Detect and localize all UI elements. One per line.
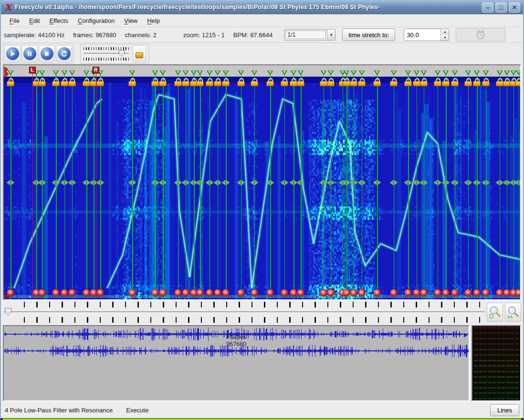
slice-delete-icon[interactable]: ✕ [61, 289, 68, 297]
slice-marker-triangle-icon[interactable] [374, 71, 380, 75]
slice-diamond-handles[interactable] [151, 180, 159, 185]
slice-diamond-handles[interactable] [250, 180, 258, 185]
slice-diamond-handles[interactable] [326, 180, 335, 185]
scroll-handle[interactable] [5, 308, 11, 316]
slice-delete-icon[interactable]: ✕ [151, 289, 159, 297]
slice-lock-icon[interactable] [6, 78, 15, 86]
stop-button[interactable] [39, 45, 55, 62]
slice-delete-icon[interactable]: ✕ [473, 289, 481, 297]
slice-marker-triangle-icon[interactable] [359, 71, 365, 75]
scroll-slider[interactable] [4, 308, 485, 317]
slice-lock-icon[interactable] [96, 78, 105, 86]
slice-delete-icon[interactable]: ✕ [206, 289, 213, 297]
menu-item-effects[interactable]: Effects [44, 16, 73, 26]
slice-diamond-handles[interactable] [514, 180, 521, 185]
speed-slider[interactable] [84, 47, 129, 61]
stretch-value-input[interactable] [404, 29, 440, 41]
slice-delete-icon[interactable]: ✕ [83, 289, 90, 297]
slice-marker-triangle-icon[interactable] [391, 71, 397, 75]
slice-delete-icon[interactable]: ✕ [68, 289, 76, 297]
slice-diamond-handles[interactable] [60, 180, 68, 185]
fraction-select[interactable]: 1/1 ▼ [284, 29, 335, 41]
slice-marker-triangle-icon[interactable] [465, 71, 471, 75]
slice-marker-triangle-icon[interactable] [84, 71, 89, 75]
loop-end-label[interactable]: R [93, 67, 99, 73]
spectrogram-canvas[interactable] [4, 77, 520, 299]
slice-lock-icon[interactable] [158, 78, 167, 86]
loop-start-label[interactable]: L [29, 67, 36, 73]
slice-diamond-handles[interactable] [237, 180, 245, 185]
loop-end-line[interactable] [96, 72, 97, 298]
slice-lock-icon[interactable] [68, 78, 76, 86]
slice-delete-icon[interactable]: ✕ [320, 289, 327, 297]
slice-delete-icon[interactable]: ✕ [297, 289, 304, 297]
slice-lock-icon[interactable] [250, 78, 259, 86]
slice-diamond-handles[interactable] [404, 180, 412, 185]
slice-lock-icon[interactable] [128, 78, 136, 86]
slice-marker-triangle-icon[interactable] [69, 71, 75, 75]
slice-delete-icon[interactable]: ✕ [464, 289, 472, 297]
slice-marker-triangle-icon[interactable] [321, 71, 326, 75]
slice-delete-icon[interactable]: ✕ [420, 289, 428, 297]
slice-diamond-handles[interactable] [96, 180, 105, 185]
slice-delete-icon[interactable]: ✕ [222, 289, 230, 297]
menu-item-file[interactable]: File [5, 16, 24, 26]
slice-diamond-handles[interactable] [213, 180, 221, 185]
execute-button[interactable]: Execute [126, 407, 148, 414]
slice-diamond-handles[interactable] [464, 180, 472, 185]
menu-item-edit[interactable]: Edit [24, 16, 44, 26]
slice-marker-triangle-icon[interactable] [452, 71, 458, 75]
slice-marker-triangle-icon[interactable] [152, 71, 158, 75]
slice-delete-icon[interactable]: ✕ [290, 289, 297, 297]
slice-delete-icon[interactable]: ✕ [413, 289, 420, 297]
slice-delete-icon[interactable]: ✕ [281, 289, 288, 297]
slice-diamond-handles[interactable] [389, 180, 398, 185]
slice-delete-icon[interactable]: ✕ [214, 289, 221, 297]
waveform-overview[interactable]: Frames 967680 [3, 325, 470, 401]
chevron-down-icon[interactable]: ▼ [327, 30, 335, 40]
slice-marker-triangle-icon[interactable] [483, 71, 489, 75]
slice-marker-triangle-icon[interactable] [443, 71, 449, 75]
slice-lock-icon[interactable] [373, 78, 381, 86]
slice-lock-icon[interactable] [349, 78, 358, 86]
scroll-groove[interactable] [4, 311, 485, 313]
slice-delete-icon[interactable]: ✕ [128, 289, 136, 297]
slice-delete-icon[interactable]: ✕ [404, 289, 412, 297]
slice-marker-triangle-icon[interactable] [344, 71, 349, 75]
slice-delete-icon[interactable]: ✕ [434, 289, 441, 297]
slice-diamond-handles[interactable] [419, 180, 428, 185]
slice-diamond-handles[interactable] [159, 180, 167, 185]
slice-diamond-handles[interactable] [266, 180, 274, 185]
slice-diamond-handles[interactable] [7, 180, 15, 185]
slice-lock-icon[interactable] [514, 78, 521, 86]
slice-marker-triangle-icon[interactable] [252, 71, 257, 75]
slice-diamond-handles[interactable] [280, 180, 288, 185]
slice-delete-icon[interactable]: ✕ [327, 289, 335, 297]
slice-delete-icon[interactable]: ✕ [237, 289, 245, 297]
slice-lock-icon[interactable] [266, 78, 274, 86]
loop-start-line[interactable] [32, 72, 33, 298]
slice-lock-icon[interactable] [237, 78, 245, 86]
slice-marker-triangle-icon[interactable] [504, 71, 510, 75]
slice-lock-icon[interactable] [221, 78, 230, 86]
slice-lock-icon[interactable] [389, 78, 398, 86]
slice-marker-triangle-icon[interactable] [421, 71, 427, 75]
zoom-fit-button[interactable] [487, 303, 503, 322]
overview-waveform-canvas[interactable] [4, 326, 469, 399]
zoom-one-to-one-button[interactable]: 1:1 [505, 303, 521, 322]
slice-diamond-handles[interactable] [473, 180, 481, 185]
slice-diamond-handles[interactable] [442, 180, 450, 185]
menu-item-view[interactable]: View [119, 16, 142, 26]
slice-diamond-handles[interactable] [433, 180, 441, 185]
slice-marker-triangle-icon[interactable] [435, 71, 440, 75]
slice-marker-triangle-icon[interactable] [129, 71, 135, 75]
slice-marker-triangle-icon[interactable] [291, 71, 296, 75]
slice-delete-icon[interactable]: ✕ [52, 289, 60, 297]
slice-marker-triangle-icon[interactable] [351, 71, 356, 75]
slice-marker-triangle-icon[interactable] [516, 71, 521, 75]
slice-delete-icon[interactable]: ✕ [442, 289, 450, 297]
slice-delete-icon[interactable]: ✕ [182, 289, 189, 297]
slice-delete-icon[interactable]: ✕ [373, 289, 381, 297]
slice-lock-icon[interactable] [52, 78, 60, 86]
slice-marker-triangle-icon[interactable] [191, 71, 197, 75]
